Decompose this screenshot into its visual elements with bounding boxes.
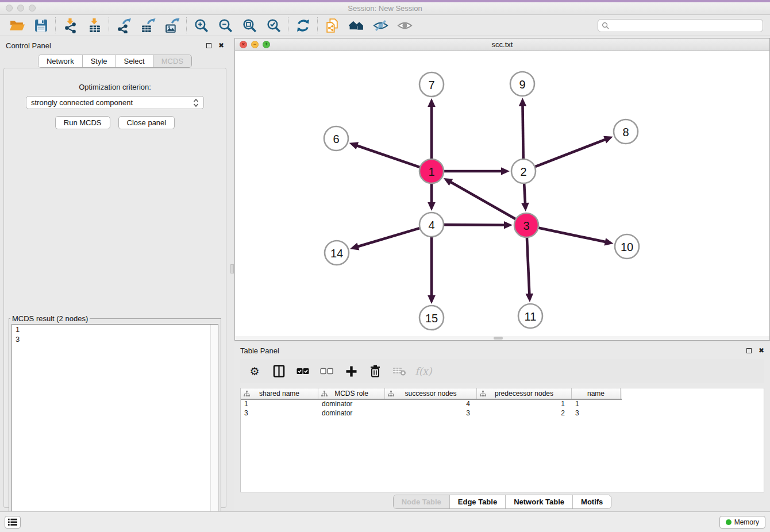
import-network-icon — [63, 18, 78, 33]
tab-edge-table[interactable]: Edge Table — [449, 495, 505, 508]
delete-table-button[interactable] — [390, 362, 409, 380]
table-cell[interactable]: 3 — [385, 409, 477, 418]
close-table-panel-icon[interactable]: ✖ — [759, 347, 764, 354]
node-table[interactable]: shared nameMCDS rolesuccessor nodesprede… — [240, 388, 764, 492]
table-row[interactable]: 3dominator323 — [241, 409, 764, 418]
refresh-button[interactable] — [291, 16, 315, 34]
panel-divider-grip[interactable] — [230, 264, 234, 273]
table-cell[interactable]: dominator — [318, 400, 385, 409]
zoom-in-button[interactable] — [189, 16, 213, 34]
show-all-button[interactable] — [392, 16, 417, 34]
run-mcds-button[interactable]: Run MCDS — [55, 116, 110, 129]
graph-edge-4-3[interactable] — [442, 225, 505, 225]
table-cell[interactable]: dominator — [318, 409, 385, 418]
criterion-dropdown[interactable]: strongly connected component — [26, 96, 204, 109]
table-cell[interactable]: 3 — [572, 409, 621, 418]
select-all-button[interactable] — [293, 362, 313, 380]
network-window-titlebar[interactable]: scc.txt × − + — [235, 38, 769, 51]
table-cell[interactable]: 1 — [477, 400, 572, 409]
graph-node-15[interactable]: 15 — [419, 306, 444, 330]
memory-button[interactable]: Memory — [719, 516, 765, 529]
table-cell[interactable]: 1 — [241, 400, 318, 409]
table-cell[interactable]: 1 — [572, 400, 621, 409]
unselect-all-button[interactable] — [317, 362, 337, 380]
graph-edge-2-9[interactable] — [522, 105, 523, 160]
float-table-panel-icon[interactable] — [746, 348, 752, 353]
graph-edge-2-3[interactable] — [524, 182, 525, 204]
tab-motifs[interactable]: Motifs — [572, 495, 611, 508]
graph-edge-3-10[interactable] — [537, 228, 606, 242]
search-icon — [602, 22, 609, 29]
table-cell[interactable]: 2 — [477, 409, 572, 418]
graph-node-6[interactable]: 6 — [324, 126, 348, 151]
column-header-predecessor-nodes[interactable]: predecessor nodes — [477, 388, 572, 399]
import-network-button[interactable] — [58, 16, 82, 34]
save-session-button[interactable] — [29, 16, 53, 34]
column-header-mcds-role[interactable]: MCDS role — [318, 388, 385, 399]
graph-edge-2-8[interactable] — [534, 139, 606, 167]
mcds-result-list[interactable]: 13 — [11, 324, 218, 525]
column-header-name[interactable]: name — [572, 388, 621, 399]
float-panel-icon[interactable] — [206, 43, 211, 48]
tab-mcds[interactable]: MCDS — [153, 55, 191, 67]
search-input[interactable] — [611, 21, 759, 29]
close-panel-icon[interactable]: ✖ — [218, 42, 224, 49]
table-settings-button[interactable]: ⚙ — [245, 362, 264, 380]
graph-node-10[interactable]: 10 — [615, 234, 639, 259]
table-row[interactable]: 1dominator411 — [241, 400, 764, 409]
graph-node-8[interactable]: 8 — [614, 119, 638, 144]
zoom-out-button[interactable] — [213, 16, 237, 34]
zoom-out-icon — [218, 18, 233, 33]
maximize-network-icon[interactable]: + — [263, 41, 270, 48]
tab-select[interactable]: Select — [116, 55, 153, 67]
graph-node-9[interactable]: 9 — [510, 72, 534, 96]
graph-node-7[interactable]: 7 — [419, 72, 444, 97]
network-window-controls[interactable]: × − + — [240, 41, 270, 48]
graph-node-1[interactable]: 1 — [419, 159, 444, 183]
column-header-shared-name[interactable]: shared name — [241, 388, 318, 399]
tab-network[interactable]: Network — [38, 55, 82, 67]
result-scrollbar[interactable] — [210, 325, 218, 525]
close-panel-button[interactable]: Close panel — [118, 116, 175, 129]
graph-edge-3-1[interactable] — [450, 182, 517, 219]
graph-edge-4-14[interactable] — [357, 228, 421, 246]
table-cell[interactable]: 4 — [385, 400, 477, 409]
export-network-button[interactable] — [111, 16, 136, 34]
graph-node-2[interactable]: 2 — [511, 159, 536, 183]
export-table-button[interactable] — [136, 16, 160, 34]
svg-text:6: 6 — [333, 133, 339, 145]
tab-style[interactable]: Style — [82, 55, 116, 67]
first-neighbors-button[interactable] — [344, 16, 368, 34]
table-cell[interactable]: 3 — [241, 409, 318, 418]
graph-node-14[interactable]: 14 — [325, 241, 349, 265]
task-history-button[interactable] — [5, 516, 21, 529]
search-field[interactable] — [598, 19, 763, 32]
mcds-panel: Optimization criterion: strongly connect… — [3, 68, 226, 508]
function-builder-button[interactable]: f(x) — [414, 362, 433, 380]
column-header-successor-nodes[interactable]: successor nodes — [385, 388, 477, 399]
network-canvas[interactable]: 1234678910111415 — [235, 51, 769, 340]
open-file-button[interactable] — [5, 16, 29, 34]
zoom-selected-button[interactable] — [261, 16, 286, 34]
graph-edge-3-11[interactable] — [527, 236, 530, 295]
minimize-network-icon[interactable]: − — [251, 41, 259, 48]
close-network-icon[interactable]: × — [240, 41, 247, 48]
import-table-button[interactable] — [82, 16, 106, 34]
canvas-scrollbar-thumb[interactable] — [494, 337, 503, 340]
tab-network-table[interactable]: Network Table — [505, 495, 572, 508]
network-graph[interactable]: 1234678910111415 — [235, 51, 769, 340]
graph-node-4[interactable]: 4 — [419, 213, 444, 237]
clone-network-button[interactable] — [320, 16, 344, 34]
show-columns-button[interactable] — [269, 362, 288, 380]
export-image-icon — [164, 18, 180, 33]
tab-node-table[interactable]: Node Table — [394, 495, 449, 508]
canvas-scrollbar-track[interactable] — [235, 336, 769, 340]
zoom-fit-button[interactable] — [237, 16, 261, 34]
add-column-button[interactable] — [341, 362, 361, 380]
export-image-button[interactable] — [160, 16, 184, 34]
delete-column-button[interactable] — [365, 362, 385, 380]
graph-edge-1-6[interactable] — [356, 145, 421, 168]
hide-selected-button[interactable] — [368, 16, 392, 34]
graph-node-11[interactable]: 11 — [518, 304, 542, 328]
graph-node-3[interactable]: 3 — [514, 213, 538, 237]
